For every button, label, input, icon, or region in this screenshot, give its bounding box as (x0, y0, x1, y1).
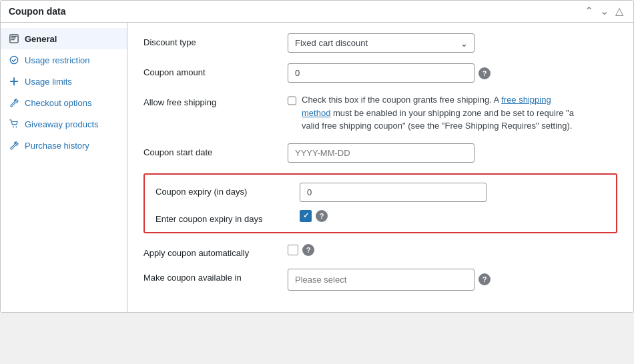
discount-type-select-wrapper: Percentage discount Fixed cart discount … (288, 33, 474, 53)
svg-point-7 (13, 127, 14, 128)
svg-rect-3 (11, 39, 15, 40)
coupon-amount-label: Coupon amount (143, 63, 277, 77)
wrench-icon-checkout (9, 97, 19, 108)
sidebar-item-general[interactable]: General (1, 28, 127, 49)
sidebar-item-usage-restriction[interactable]: Usage restriction (1, 49, 127, 71)
apply-coupon-field: ? (288, 244, 581, 256)
make-available-row: Make coupon available in ? (143, 269, 617, 291)
sidebar-label-giveaway-products: Giveaway products (25, 119, 99, 129)
coupon-amount-help-icon[interactable]: ? (479, 67, 491, 79)
allow-free-shipping-label: Allow free shipping (143, 93, 277, 107)
sidebar-item-giveaway-products[interactable]: Giveaway products (1, 113, 127, 135)
expand-button[interactable]: △ (613, 6, 625, 17)
make-available-label: Make coupon available in (143, 269, 277, 283)
tag-icon (9, 33, 19, 44)
coupon-expiry-label: Coupon expiry (in days) (155, 183, 289, 197)
sidebar-item-checkout-options[interactable]: Checkout options (1, 92, 127, 113)
plus-icon (9, 76, 19, 87)
sidebar: General Usage restriction (1, 23, 127, 312)
coupon-start-date-row: Coupon start date (143, 143, 617, 163)
allow-free-shipping-checkbox[interactable] (288, 95, 296, 106)
svg-rect-2 (11, 37, 16, 38)
sidebar-item-purchase-history[interactable]: Purchase history (1, 135, 127, 156)
wrench-icon-purchase (9, 140, 19, 151)
enter-expiry-label: Enter coupon expiry in days (155, 210, 289, 224)
free-shipping-method-link[interactable]: free shipping method (302, 95, 551, 118)
make-available-help-icon[interactable]: ? (479, 273, 491, 285)
coupon-start-date-field (288, 143, 581, 163)
collapse-down-button[interactable]: ⌄ (598, 6, 611, 17)
main-content: Discount type Percentage discount Fixed … (127, 23, 633, 312)
discount-type-row: Discount type Percentage discount Fixed … (143, 33, 617, 53)
sidebar-item-usage-limits[interactable]: Usage limits (1, 71, 127, 92)
allow-free-shipping-text: Check this box if the coupon grants free… (302, 93, 581, 133)
svg-point-4 (10, 56, 17, 63)
panel-header: Coupon data ⌃ ⌄ △ (1, 1, 633, 23)
coupon-amount-row: Coupon amount ? (143, 63, 617, 83)
svg-rect-1 (11, 36, 17, 37)
sidebar-label-purchase-history: Purchase history (25, 141, 89, 151)
coupon-expiry-section: Coupon expiry (in days) Enter coupon exp… (143, 173, 617, 233)
discount-type-field: Percentage discount Fixed cart discount … (288, 33, 581, 53)
coupon-start-date-input[interactable] (288, 143, 474, 163)
header-controls: ⌃ ⌄ △ (583, 6, 625, 17)
panel-body: General Usage restriction (1, 23, 633, 312)
cart-icon (9, 119, 19, 129)
sidebar-label-checkout-options: Checkout options (25, 98, 91, 108)
apply-coupon-checkbox[interactable] (288, 245, 298, 255)
coupon-expiry-input[interactable] (300, 183, 487, 202)
coupon-start-date-label: Coupon start date (143, 143, 277, 157)
coupon-amount-field: ? (288, 63, 581, 83)
svg-point-8 (16, 127, 17, 128)
discount-type-select[interactable]: Percentage discount Fixed cart discount … (288, 33, 474, 53)
enter-expiry-help-icon[interactable]: ? (316, 210, 328, 222)
check-circle-icon (9, 55, 19, 65)
allow-free-shipping-field: Check this box if the coupon grants free… (288, 93, 581, 133)
apply-coupon-label: Apply coupon automatically (143, 244, 277, 258)
enter-expiry-field: ? (300, 210, 593, 222)
coupon-expiry-field (300, 183, 593, 202)
discount-type-label: Discount type (143, 33, 277, 47)
allow-free-shipping-row: Allow free shipping Check this box if th… (143, 93, 617, 133)
coupon-amount-input[interactable] (288, 63, 474, 83)
sidebar-label-general: General (25, 34, 57, 44)
sidebar-label-usage-restriction: Usage restriction (25, 55, 90, 65)
make-available-input[interactable] (288, 269, 474, 291)
enter-expiry-row: Enter coupon expiry in days ? (155, 210, 605, 224)
enter-expiry-checkbox[interactable] (300, 210, 312, 222)
apply-coupon-row: Apply coupon automatically ? (143, 244, 617, 258)
collapse-up-button[interactable]: ⌃ (583, 6, 595, 17)
panel-title: Coupon data (9, 6, 66, 17)
coupon-data-panel: Coupon data ⌃ ⌄ △ General (0, 0, 634, 313)
apply-coupon-help-icon[interactable]: ? (302, 244, 314, 256)
make-available-field: ? (288, 269, 581, 291)
sidebar-label-usage-limits: Usage limits (25, 77, 72, 87)
coupon-expiry-row: Coupon expiry (in days) (155, 183, 605, 202)
